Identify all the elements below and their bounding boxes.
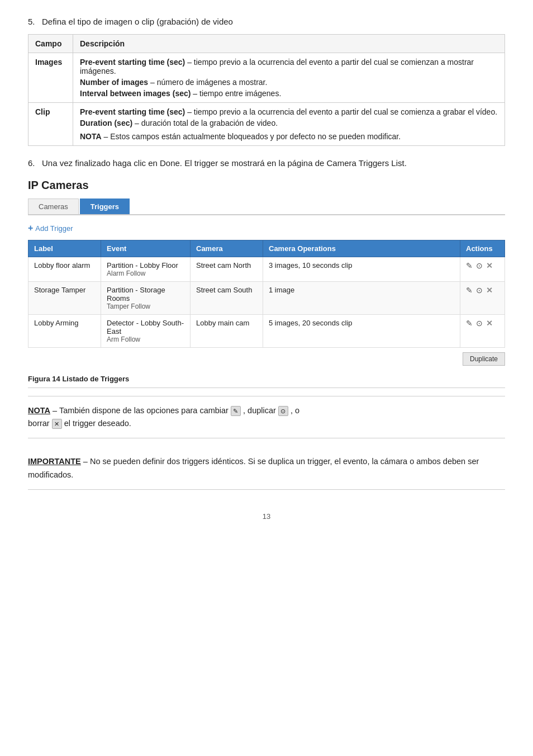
nota-word: NOTA (28, 406, 50, 415)
trigger-row: Lobby floor alarm Partition - Lobby Floo… (28, 257, 505, 282)
del-icon: ✕ (52, 419, 62, 429)
duplicate-icon[interactable]: ⊙ (476, 286, 483, 295)
section6-num: 6. (28, 158, 35, 168)
ip-cameras-heading: IP Cameras (28, 179, 505, 192)
delete-icon[interactable]: ✕ (486, 261, 493, 270)
trigger-operations: 5 images, 20 seconds clip (263, 315, 460, 348)
col-header-descripcion: Descripción (73, 35, 505, 53)
tab-cameras[interactable]: Cameras (28, 199, 79, 214)
trigger-camera: Street cam North (191, 257, 263, 282)
page-number: 13 (28, 512, 505, 521)
duplicate-icon[interactable]: ⊙ (476, 261, 483, 270)
th-label: Label (28, 240, 101, 257)
table-row: Clip Pre-event starting time (sec) – tie… (28, 103, 505, 146)
edit-icon[interactable]: ✎ (466, 286, 473, 295)
duplicate-icon[interactable]: ⊙ (476, 319, 483, 328)
campo-images: Images (28, 53, 73, 103)
delete-icon[interactable]: ✕ (486, 286, 493, 295)
importante-word: IMPORTANTE (28, 457, 81, 466)
trigger-operations: 1 image (263, 282, 460, 315)
th-actions: Actions (460, 240, 505, 257)
duplicate-row: Duplicate (28, 352, 505, 366)
trigger-camera: Lobby main cam (191, 315, 263, 348)
trigger-actions: ✎ ⊙ ✕ (460, 315, 505, 348)
descripcion-images: Pre-event starting time (sec) – tiempo p… (73, 53, 505, 103)
tab-triggers[interactable]: Triggers (80, 199, 130, 214)
plus-icon: + (28, 223, 33, 233)
nota-text: – También dispone de las opciones para c… (53, 406, 231, 415)
trigger-event: Detector - Lobby South-East Arm Follow (101, 315, 191, 348)
edit-icon[interactable]: ✎ (466, 319, 473, 328)
trigger-operations: 3 images, 10 seconds clip (263, 257, 460, 282)
tabs-bar: Cameras Triggers (28, 199, 505, 215)
trigger-label: Storage Tamper (28, 282, 101, 315)
table-row: Images Pre-event starting time (sec) – t… (28, 53, 505, 103)
trigger-event: Partition - Lobby Floor Alarm Follow (101, 257, 191, 282)
add-trigger-button[interactable]: + Add Trigger (28, 223, 73, 233)
trigger-row: Lobby Arming Detector - Lobby South-East… (28, 315, 505, 348)
trigger-label: Lobby Arming (28, 315, 101, 348)
trigger-actions: ✎ ⊙ ✕ (460, 257, 505, 282)
campo-clip: Clip (28, 103, 73, 146)
edit-icon[interactable]: ✎ (466, 261, 473, 270)
dup-icon: ⊙ (278, 406, 288, 416)
importante-section: IMPORTANTE – No se pueden definir dos tr… (28, 447, 505, 489)
duplicate-button[interactable]: Duplicate (463, 352, 505, 366)
figura-caption: Figura 14 Listado de Triggers (28, 375, 505, 388)
col-header-campo: Campo (28, 35, 73, 53)
trigger-actions: ✎ ⊙ ✕ (460, 282, 505, 315)
section5-num: 5. (28, 17, 35, 26)
nota-section: NOTA – También dispone de las opciones p… (28, 396, 505, 438)
th-operations: Camera Operations (263, 240, 460, 257)
trigger-row: Storage Tamper Partition - Storage Rooms… (28, 282, 505, 315)
trigger-camera: Street cam South (191, 282, 263, 315)
descripcion-clip: Pre-event starting time (sec) – tiempo p… (73, 103, 505, 146)
section5-heading: 5. Defina el tipo de imagen o clip (grab… (28, 17, 505, 26)
trigger-event: Partition - Storage Rooms Tamper Follow (101, 282, 191, 315)
add-trigger-label: Add Trigger (35, 224, 73, 233)
trigger-table: Label Event Camera Camera Operations Act… (28, 240, 505, 348)
th-camera: Camera (191, 240, 263, 257)
description-table: Campo Descripción Images Pre-event start… (28, 34, 505, 146)
delete-icon[interactable]: ✕ (486, 319, 493, 328)
importante-text: – No se pueden definir dos triggers idén… (28, 457, 479, 479)
th-event: Event (101, 240, 191, 257)
trigger-label: Lobby floor alarm (28, 257, 101, 282)
change-icon: ✎ (231, 406, 241, 416)
section6-text: 6. Una vez finalizado haga clic en Done.… (28, 158, 505, 168)
